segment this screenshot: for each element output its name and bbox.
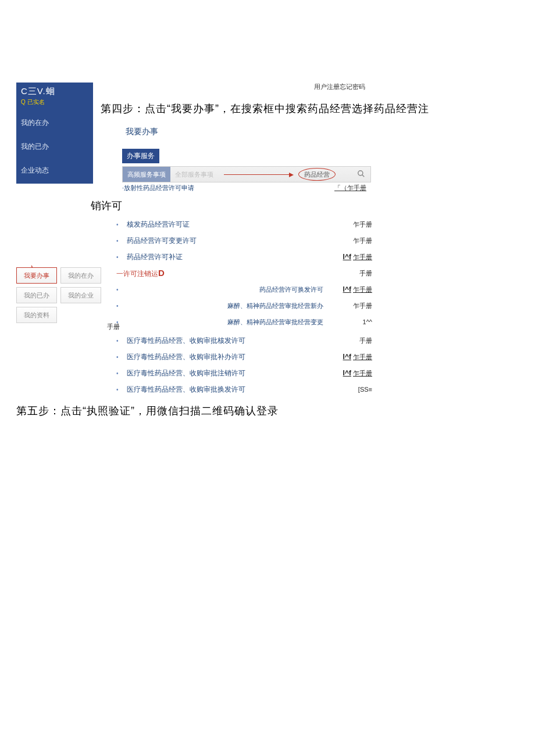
step4-instruction: 第四步：点击“我要办事”，在搜索框中搜索药品经营选择药品经营注	[101, 102, 429, 116]
service-item[interactable]: 核发药品经营许可证	[127, 220, 326, 230]
freq-tab[interactable]: 高频服务事项	[123, 167, 170, 182]
service-item[interactable]: 药品经营许可换发许可	[259, 285, 323, 294]
bullet-icon: •	[116, 386, 127, 393]
manual-link[interactable]: 乍手册	[326, 237, 372, 245]
service-item[interactable]: 麻醉、精神药品经营审批经营新办	[227, 302, 323, 310]
service-tab[interactable]: 办事服务	[122, 149, 159, 163]
manual-link[interactable]: [SS≡	[326, 386, 372, 393]
service-item-list: • 核发药品经营许可证 乍手册 • 药品经营许可变更许可 乍手册 • 药品经营许…	[116, 216, 372, 330]
bullet-icon: •	[116, 221, 127, 228]
tab-ziliao[interactable]: 我的资料	[16, 307, 57, 323]
service-item[interactable]: 药品经营许可补证	[127, 252, 326, 262]
all-tab[interactable]: 全部服务事项	[170, 170, 218, 179]
annotation-arrow	[218, 174, 298, 175]
tab-yiban[interactable]: 我的已办	[16, 287, 57, 303]
bullet-icon: •	[116, 254, 127, 260]
bullet-icon: •	[116, 303, 127, 309]
service-item[interactable]: 医疗毒性药品经营、收购审批核发许可	[127, 336, 326, 346]
service-item[interactable]: 医疗毒性药品经营、收购审批换发许可	[127, 385, 326, 395]
tab-qiye[interactable]: 我的企业	[60, 287, 101, 303]
search-term-circled: 药品经营	[298, 168, 336, 181]
sidebar-brand: C三V.蛔	[16, 83, 93, 98]
service-item[interactable]: 医疗毒性药品经营、收购审批补办许可	[127, 352, 326, 362]
svg-line-1	[362, 174, 365, 177]
realname-badge: Q 已实名	[16, 98, 93, 111]
manual-label: 手册	[107, 323, 120, 331]
step5-instruction: 第五步：点击“执照验证”，用微信扫描二维码确认登录	[16, 404, 279, 418]
manual-link[interactable]: 手册	[326, 336, 372, 345]
top-links[interactable]: 用户注册忘记密码	[314, 83, 365, 91]
sidebar-item-yiban[interactable]: 我的已办	[16, 135, 93, 159]
manual-link[interactable]: 乍手册	[326, 220, 372, 229]
search-bar: 高频服务事项 全部服务事项 药品经营	[122, 166, 371, 182]
manual-link[interactable]: 「（乍手册	[334, 184, 366, 192]
radio-sub-line: ·放射性药品经营许可申请 「（乍手册	[122, 184, 366, 192]
manual-link[interactable]: I^f 乍手册	[326, 353, 372, 361]
manual-link[interactable]: 1^^	[326, 318, 372, 325]
radio-item-label[interactable]: ·放射性药品经营许可申请	[122, 184, 194, 192]
cancel-license-heading: 销许可	[91, 199, 122, 213]
manual-link[interactable]: 乍手册	[326, 302, 372, 310]
manual-link[interactable]: I^f 乍手册	[326, 369, 372, 378]
sidebar: C三V.蛔 Q 已实名 我的在办 我的已办 企业动态	[16, 83, 93, 184]
tab-grid-screenshot: 我要办事 我的在办 我的已办 我的企业 我的资料	[16, 267, 106, 327]
sidebar-item-dongtai[interactable]: 企业动态	[16, 159, 93, 182]
search-icon[interactable]	[352, 170, 370, 180]
svg-point-0	[358, 170, 363, 175]
bullet-icon: •	[116, 286, 127, 293]
service-item[interactable]: 医疗毒性药品经营、收购审批注销许可	[127, 368, 326, 378]
service-item-list-2: • 医疗毒性药品经营、收购审批核发许可 手册 • 医疗毒性药品经营、收购审批补办…	[116, 332, 372, 397]
tab-zaib[interactable]: 我的在办	[60, 267, 101, 284]
bullet-icon: •	[116, 370, 127, 377]
bullet-icon: •	[116, 238, 127, 244]
cancel-line: 一许可注销运D	[116, 268, 165, 279]
i-want-service-title: 我要办事	[126, 127, 158, 137]
tab-woyao[interactable]: 我要办事	[16, 267, 57, 284]
service-item[interactable]: 药品经营许可变更许可	[127, 236, 326, 246]
bullet-icon: •	[116, 338, 127, 344]
sidebar-item-zaib[interactable]: 我的在办	[16, 111, 93, 135]
manual-link[interactable]: 手册	[165, 269, 372, 278]
manual-link[interactable]: I^f 乍手册	[326, 253, 372, 261]
service-item[interactable]: 麻醉、精神药品经营审批经营变更	[227, 318, 323, 327]
bullet-icon: •	[116, 354, 127, 360]
